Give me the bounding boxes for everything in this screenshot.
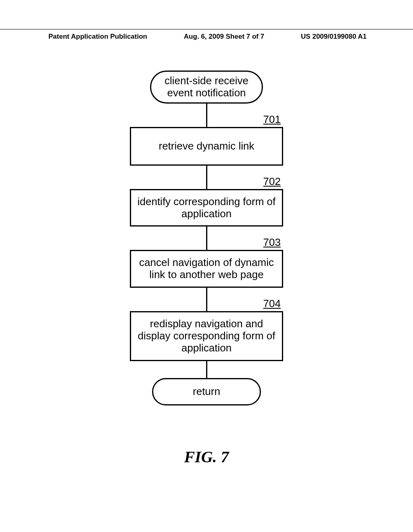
process-box: retrieve dynamic link [130, 127, 283, 166]
header-left: Patent Application Publication [48, 33, 147, 41]
step-701: 701 retrieve dynamic link [126, 127, 287, 166]
terminator-start: client-side receive event notification [150, 71, 263, 104]
process-box: redisplay navigation and display corresp… [130, 311, 283, 361]
connector [206, 166, 207, 189]
connector [206, 227, 207, 250]
step-703: 703 cancel navigation of dynamic link to… [126, 250, 287, 288]
step-number: 703 [263, 236, 281, 249]
connector [206, 361, 207, 378]
step-number: 702 [263, 175, 281, 188]
step-number: 704 [263, 297, 281, 310]
step-number: 701 [263, 113, 281, 126]
step-704: 704 redisplay navigation and display cor… [126, 311, 287, 361]
connector [206, 104, 207, 127]
document-header: Patent Application Publication Aug. 6, 2… [0, 29, 413, 41]
process-box: identify corresponding form of applicati… [130, 189, 283, 227]
flowchart: client-side receive event notification 7… [126, 71, 287, 405]
header-center: Aug. 6, 2009 Sheet 7 of 7 [184, 33, 264, 41]
figure-label: FIG. 7 [184, 447, 229, 466]
connector [206, 288, 207, 311]
terminator-end: return [152, 378, 261, 405]
process-box: cancel navigation of dynamic link to ano… [130, 250, 283, 288]
step-702: 702 identify corresponding form of appli… [126, 189, 287, 227]
header-right: US 2009/0199080 A1 [301, 33, 367, 41]
